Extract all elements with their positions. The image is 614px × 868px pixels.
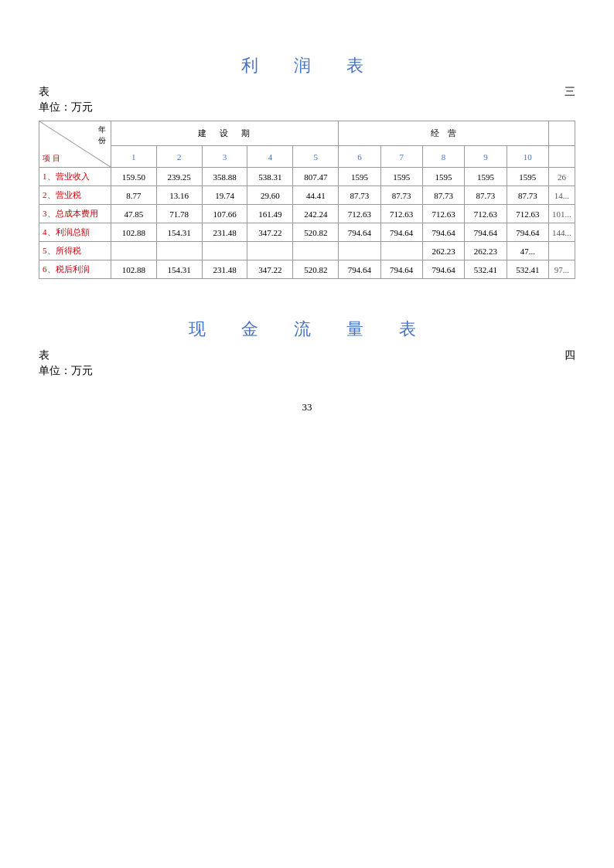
r3c3: 107.66 <box>202 205 247 223</box>
row-label-1: 1、营业收入 <box>39 168 111 186</box>
r2c3: 19.74 <box>202 186 247 205</box>
r5c3 <box>202 242 247 260</box>
table-row: 2、营业税 8.77 13.16 19.74 29.60 44.41 87.73… <box>39 186 575 205</box>
r4c4: 347.22 <box>247 223 293 242</box>
row-label-6: 6、税后利润 <box>39 260 111 279</box>
r4c5: 520.82 <box>293 223 339 242</box>
r6c8: 794.64 <box>422 260 464 279</box>
r4c9: 794.64 <box>465 223 507 242</box>
year-9: 9 <box>465 146 507 168</box>
r5c1 <box>111 242 156 260</box>
r1c7: 1595 <box>380 168 422 186</box>
r6c3: 231.48 <box>202 260 247 279</box>
r4c1: 102.88 <box>111 223 156 242</box>
r1c2: 239.25 <box>156 168 202 186</box>
year-label: 年份 <box>98 124 106 146</box>
diagonal-header-cell: 年份 项 目 <box>39 121 111 168</box>
r4c8: 794.64 <box>422 223 464 242</box>
row-label-3: 3、总成本费用 <box>39 205 111 223</box>
overflow-col-header <box>548 121 575 146</box>
r3c8: 712.63 <box>422 205 464 223</box>
r6c2: 154.31 <box>156 260 202 279</box>
r3c11: 101... <box>548 205 575 223</box>
cashflow-table-number: 四 <box>565 349 575 363</box>
r3c1: 47.85 <box>111 205 156 223</box>
r4c2: 154.31 <box>156 223 202 242</box>
construction-period-header: 建 设 期 <box>111 121 338 146</box>
r6c11: 97... <box>548 260 575 279</box>
table-row: 5、所得税 262.23 262.23 47... <box>39 242 575 260</box>
profit-table: 年份 项 目 建 设 期 经 营 1 2 3 4 5 6 7 8 9 10 <box>39 121 575 279</box>
table-row: 3、总成本费用 47.85 71.78 107.66 161.49 242.24… <box>39 205 575 223</box>
r3c6: 712.63 <box>339 205 380 223</box>
year-5: 5 <box>293 146 339 168</box>
year-6: 6 <box>339 146 380 168</box>
r5c8: 262.23 <box>422 242 464 260</box>
year-3: 3 <box>202 146 247 168</box>
cashflow-section: 现 金 流 量 表 表 四 单位：万元 <box>39 318 575 378</box>
table-row: 4、利润总額 102.88 154.31 231.48 347.22 520.8… <box>39 223 575 242</box>
r3c4: 161.49 <box>247 205 293 223</box>
year-4: 4 <box>247 146 293 168</box>
profit-table-label: 表 <box>39 85 49 99</box>
row-label-2: 2、营业税 <box>39 186 111 205</box>
r4c11: 144... <box>548 223 575 242</box>
r1c11: 26 <box>548 168 575 186</box>
profit-table-number: 三 <box>565 85 575 99</box>
r2c6: 87.73 <box>339 186 380 205</box>
year-7: 7 <box>380 146 422 168</box>
profit-table-header-row: 表 三 <box>39 85 575 99</box>
r2c10: 87.73 <box>507 186 548 205</box>
r3c9: 712.63 <box>465 205 507 223</box>
profit-table-unit: 单位：万元 <box>39 100 575 114</box>
r6c4: 347.22 <box>247 260 293 279</box>
r1c6: 1595 <box>339 168 380 186</box>
r5c5 <box>293 242 339 260</box>
header-row-1: 年份 项 目 建 设 期 经 营 <box>39 121 575 146</box>
cashflow-table-label: 表 <box>39 349 49 363</box>
r6c10: 532.41 <box>507 260 548 279</box>
r2c9: 87.73 <box>465 186 507 205</box>
r2c7: 87.73 <box>380 186 422 205</box>
table-row: 6、税后利润 102.88 154.31 231.48 347.22 520.8… <box>39 260 575 279</box>
r3c2: 71.78 <box>156 205 202 223</box>
r5c2 <box>156 242 202 260</box>
operation-period-header: 经 营 <box>339 121 549 146</box>
r2c5: 44.41 <box>293 186 339 205</box>
r2c1: 8.77 <box>111 186 156 205</box>
r2c2: 13.16 <box>156 186 202 205</box>
profit-table-title: 利 润 表 <box>39 54 575 77</box>
cashflow-table-header-row: 表 四 <box>39 349 575 363</box>
r3c7: 712.63 <box>380 205 422 223</box>
year-8: 8 <box>422 146 464 168</box>
r1c9: 1595 <box>465 168 507 186</box>
row-label-4: 4、利润总額 <box>39 223 111 242</box>
r5c9: 262.23 <box>465 242 507 260</box>
r3c5: 242.24 <box>293 205 339 223</box>
r6c9: 532.41 <box>465 260 507 279</box>
r1c8: 1595 <box>422 168 464 186</box>
r4c10: 794.64 <box>507 223 548 242</box>
r2c4: 29.60 <box>247 186 293 205</box>
cashflow-table-title: 现 金 流 量 表 <box>39 318 575 341</box>
r5c4 <box>247 242 293 260</box>
r4c6: 794.64 <box>339 223 380 242</box>
r6c5: 520.82 <box>293 260 339 279</box>
year-10: 10 <box>507 146 548 168</box>
item-label: 项 目 <box>43 153 60 164</box>
r1c3: 358.88 <box>202 168 247 186</box>
r5c11 <box>548 242 575 260</box>
row-label-5: 5、所得税 <box>39 242 111 260</box>
year-2: 2 <box>156 146 202 168</box>
r2c8: 87.73 <box>422 186 464 205</box>
r6c7: 794.64 <box>380 260 422 279</box>
year-1: 1 <box>111 146 156 168</box>
r5c7 <box>380 242 422 260</box>
table-row: 1、营业收入 159.50 239.25 358.88 538.31 807.4… <box>39 168 575 186</box>
r4c7: 794.64 <box>380 223 422 242</box>
r1c1: 159.50 <box>111 168 156 186</box>
r4c3: 231.48 <box>202 223 247 242</box>
cashflow-table-unit: 单位：万元 <box>39 364 575 378</box>
r5c10: 47... <box>507 242 548 260</box>
r3c10: 712.63 <box>507 205 548 223</box>
